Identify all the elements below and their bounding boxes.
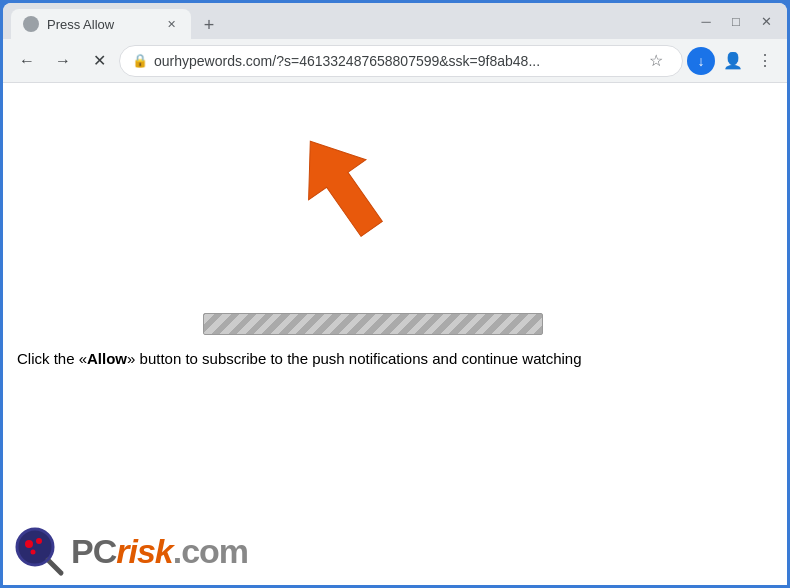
url-text: ourhypewords.com/?s=461332487658807599&s…	[154, 53, 636, 69]
message-prefix: Click the «	[17, 350, 87, 367]
maximize-button[interactable]: □	[723, 8, 749, 34]
active-tab[interactable]: Press Allow ✕	[11, 9, 191, 39]
profile-icon[interactable]: 👤	[719, 47, 747, 75]
arrow-container	[283, 123, 403, 253]
pcrisk-logo: PCrisk.com	[13, 525, 248, 577]
tab-close-button[interactable]: ✕	[163, 16, 179, 32]
tab-favicon	[23, 16, 39, 32]
svg-point-3	[25, 540, 33, 548]
svg-marker-1	[283, 123, 400, 249]
progress-bar-container	[203, 313, 543, 335]
window-controls: ─ □ ✕	[693, 8, 779, 34]
pcrisk-text: PCrisk.com	[71, 532, 248, 571]
svg-point-5	[31, 550, 36, 555]
forward-button[interactable]: →	[47, 45, 79, 77]
browser-window: Press Allow ✕ + ─ □ ✕ ← → ✕	[3, 3, 787, 585]
page-message: Click the «Allow» button to subscribe to…	[17, 348, 773, 371]
pcrisk-icon	[13, 525, 65, 577]
message-suffix: » button to subscribe to the push notifi…	[127, 350, 581, 367]
address-bar[interactable]: 🔒 ourhypewords.com/?s=461332487658807599…	[119, 45, 683, 77]
new-tab-button[interactable]: +	[195, 11, 223, 39]
toolbar: ← → ✕ 🔒 ourhypewords.com/?s=461332487658…	[3, 39, 787, 83]
lock-icon: 🔒	[132, 53, 148, 68]
allow-text: Allow	[87, 350, 127, 367]
title-bar: Press Allow ✕ + ─ □ ✕	[3, 3, 787, 39]
reload-button[interactable]: ✕	[83, 45, 115, 77]
dotcom-text: .com	[173, 532, 248, 570]
window-close-button[interactable]: ✕	[753, 8, 779, 34]
progress-bar	[203, 313, 543, 335]
page-content: Click the «Allow» button to subscribe to…	[3, 83, 787, 585]
minimize-button[interactable]: ─	[693, 8, 719, 34]
svg-point-0	[27, 20, 35, 28]
arrow-up-icon	[283, 123, 403, 253]
download-icon[interactable]: ↓	[687, 47, 715, 75]
menu-icon[interactable]: ⋮	[751, 47, 779, 75]
tab-container: Press Allow ✕ +	[11, 3, 693, 39]
back-button[interactable]: ←	[11, 45, 43, 77]
bookmark-star-icon[interactable]: ☆	[642, 47, 670, 75]
tab-title: Press Allow	[47, 17, 155, 32]
svg-point-4	[36, 538, 42, 544]
pc-text: PC	[71, 532, 116, 570]
risk-text: risk	[116, 532, 173, 570]
svg-line-6	[48, 560, 61, 573]
